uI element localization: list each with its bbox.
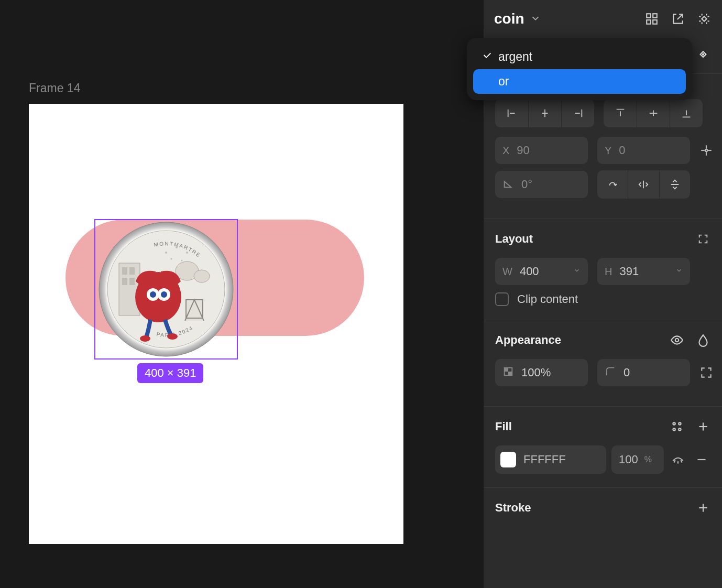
- x-value: 90: [517, 144, 564, 157]
- dropdown-item-label: argent: [498, 50, 532, 64]
- section-title-appearance: Appearance: [495, 333, 561, 347]
- frame[interactable]: MONTMARTRE PARIS 2024: [29, 104, 403, 544]
- fill-section: Fill FFFFFF 100 %: [484, 406, 722, 487]
- svg-rect-51: [505, 367, 508, 371]
- component-name[interactable]: coin: [494, 10, 524, 27]
- absolute-position-icon[interactable]: [699, 141, 713, 160]
- svg-rect-24: [653, 14, 657, 18]
- fill-color-input[interactable]: FFFFFF: [495, 445, 606, 474]
- color-swatch[interactable]: [500, 452, 516, 467]
- y-value: 0: [619, 144, 666, 157]
- w-value: 400: [520, 265, 567, 278]
- svg-rect-25: [647, 20, 651, 24]
- corner-individual-icon[interactable]: [699, 363, 713, 382]
- rotation-input[interactable]: 0°: [495, 171, 588, 198]
- clip-content-checkbox[interactable]: [495, 292, 509, 306]
- align-bottom-icon[interactable]: [670, 99, 703, 127]
- h-value: 391: [619, 265, 666, 278]
- svg-point-46: [705, 149, 707, 151]
- layout-section: Layout W 400 H 391 Clip content: [484, 219, 722, 320]
- chevron-down-icon[interactable]: [573, 267, 581, 276]
- svg-point-49: [675, 339, 679, 342]
- inspector-panel: coin argent or: [484, 0, 722, 588]
- flip-group: [597, 170, 690, 199]
- open-icon[interactable]: [671, 12, 685, 26]
- w-label: W: [502, 266, 512, 278]
- flip-90-icon[interactable]: [597, 170, 628, 199]
- height-input[interactable]: H 391: [597, 258, 690, 285]
- hide-fill-icon[interactable]: [669, 450, 687, 469]
- svg-point-56: [679, 428, 681, 430]
- component-target-icon[interactable]: [696, 49, 710, 64]
- opacity-icon: [502, 366, 514, 380]
- svg-rect-52: [508, 372, 512, 375]
- chevron-down-icon[interactable]: [675, 267, 683, 276]
- section-title-fill: Fill: [495, 420, 512, 433]
- align-hcenter-icon[interactable]: [528, 99, 561, 127]
- dropdown-item-argent[interactable]: argent: [473, 44, 686, 69]
- opacity-value: 100%: [521, 366, 568, 379]
- clip-content-label: Clip content: [517, 292, 578, 306]
- plus-icon[interactable]: [696, 419, 710, 434]
- frame-label[interactable]: Frame 14: [29, 81, 484, 95]
- radius-value: 0: [623, 366, 671, 379]
- svg-rect-23: [647, 14, 651, 18]
- selection-box: [94, 219, 238, 360]
- check-icon: [482, 49, 498, 64]
- radius-input[interactable]: 0: [597, 359, 690, 386]
- radius-icon: [605, 366, 616, 380]
- stroke-section: Stroke: [484, 487, 722, 529]
- h-label: H: [605, 266, 612, 278]
- autolayout-icon[interactable]: [696, 232, 710, 246]
- svg-line-61: [681, 460, 682, 462]
- eye-icon[interactable]: [670, 333, 684, 347]
- variant-dropdown[interactable]: argent or: [467, 38, 692, 100]
- blend-icon[interactable]: [696, 333, 710, 347]
- align-vertical-group: [604, 99, 703, 127]
- svg-point-55: [673, 428, 675, 430]
- svg-point-53: [673, 422, 675, 424]
- dimension-badge: 400 × 391: [137, 363, 203, 383]
- y-label: Y: [605, 145, 611, 157]
- plus-icon[interactable]: [696, 500, 710, 515]
- canvas-area[interactable]: Frame 14 MONTMARTRE PARIS 2024: [0, 0, 484, 588]
- align-vcenter-icon[interactable]: [637, 99, 670, 127]
- remove-fill-icon[interactable]: [693, 450, 711, 469]
- svg-rect-27: [702, 16, 706, 21]
- svg-line-59: [674, 460, 675, 462]
- flip-vertical-icon[interactable]: [659, 170, 690, 199]
- detach-icon[interactable]: [697, 12, 712, 26]
- grid-icon[interactable]: [644, 12, 659, 26]
- x-input[interactable]: X 90: [495, 137, 588, 164]
- x-label: X: [502, 145, 509, 157]
- dropdown-item-label: or: [498, 74, 509, 89]
- styles-icon[interactable]: [670, 419, 684, 434]
- dropdown-item-or[interactable]: or: [473, 69, 686, 94]
- align-top-icon[interactable]: [604, 99, 637, 127]
- fill-hex: FFFFFF: [523, 453, 566, 466]
- align-horizontal-group: [495, 99, 594, 127]
- section-title-stroke: Stroke: [495, 501, 531, 515]
- fill-pct: 100: [619, 453, 638, 466]
- y-input[interactable]: Y 0: [597, 137, 690, 164]
- section-title-layout: Layout: [495, 232, 533, 246]
- inspector-header: coin: [484, 0, 722, 38]
- appearance-section: Appearance 100% 0: [484, 320, 722, 406]
- chevron-down-icon[interactable]: [530, 13, 541, 26]
- rotation-value: 0°: [521, 178, 568, 191]
- flip-horizontal-icon[interactable]: [628, 170, 659, 199]
- svg-point-29: [702, 53, 704, 56]
- pct-unit: %: [644, 455, 652, 464]
- angle-icon: [502, 178, 514, 192]
- align-left-icon[interactable]: [495, 99, 528, 127]
- svg-rect-26: [653, 20, 657, 24]
- fill-opacity-input[interactable]: 100 %: [611, 445, 664, 474]
- svg-point-54: [679, 422, 681, 424]
- opacity-input[interactable]: 100%: [495, 359, 588, 386]
- width-input[interactable]: W 400: [495, 258, 588, 285]
- align-right-icon[interactable]: [561, 99, 594, 127]
